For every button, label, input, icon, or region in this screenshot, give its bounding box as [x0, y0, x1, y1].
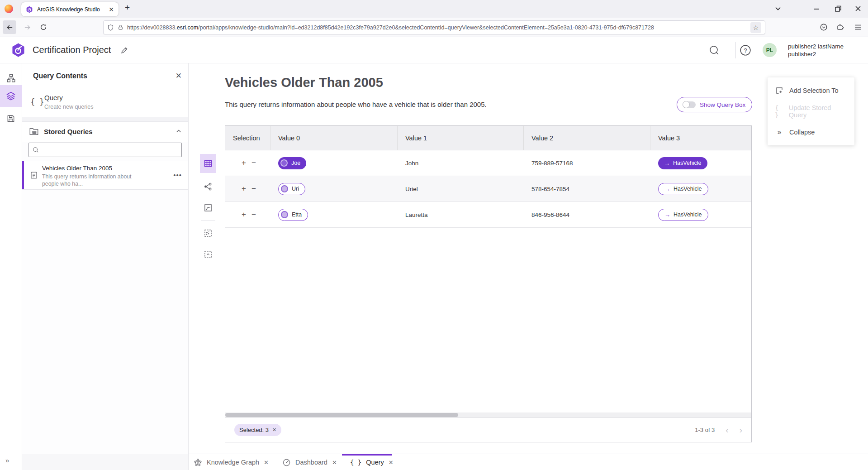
- remove-from-selection-button[interactable]: −: [251, 184, 256, 193]
- selection-context-menu: Add Selection To { } Update Stored Query…: [768, 77, 854, 145]
- query-contents-panel: Query Contents ✕ { } Query Create new qu…: [22, 63, 189, 470]
- cell-value2[interactable]: 846-956-8644: [524, 202, 650, 227]
- dashboard-gauge-icon: [282, 458, 291, 467]
- stored-queries-search-input[interactable]: [42, 147, 178, 153]
- column-header-value0[interactable]: Value 0: [270, 126, 398, 150]
- minimize-button[interactable]: [813, 5, 820, 12]
- url-text: https://dev0028833.esri.com/portal/apps/…: [127, 24, 747, 31]
- tab-close-icon[interactable]: ✕: [109, 6, 114, 13]
- clear-selection-icon[interactable]: ✕: [272, 427, 276, 433]
- column-header-value3[interactable]: Value 3: [650, 126, 751, 150]
- browser-tab-bar: ArcGIS Knowledge Studio ✕ +: [0, 0, 868, 18]
- layers-contents-icon[interactable]: [0, 85, 22, 107]
- column-header-value1[interactable]: Value 1: [398, 126, 524, 150]
- url-bar[interactable]: https://dev0028833.esri.com/portal/apps/…: [103, 20, 765, 34]
- add-to-selection-button[interactable]: +: [242, 184, 246, 193]
- table-view-button[interactable]: [200, 154, 216, 173]
- panel-close-icon[interactable]: ✕: [175, 71, 182, 81]
- tab-knowledge-graph[interactable]: Knowledge Graph ✕: [194, 454, 269, 470]
- expand-rail-icon[interactable]: »: [5, 456, 8, 464]
- cell-value1[interactable]: John: [398, 150, 524, 176]
- firefox-icon[interactable]: [5, 5, 13, 13]
- browser-tab[interactable]: ArcGIS Knowledge Studio ✕: [21, 2, 119, 16]
- browser-toolbar: https://dev0028833.esri.com/portal/apps/…: [0, 18, 868, 37]
- table-row[interactable]: + − Etta Lauretta 846-956-8644 →HasVehic…: [225, 202, 751, 228]
- table-row[interactable]: + − Joe John 759-889-57168 →HasVehicle: [225, 150, 751, 176]
- relationship-pill[interactable]: →HasVehicle: [658, 157, 707, 169]
- tab-list-chevron-icon[interactable]: [774, 5, 782, 12]
- entity-pill[interactable]: Joe: [278, 157, 306, 169]
- data-model-tree-icon[interactable]: [0, 69, 22, 87]
- pocket-icon[interactable]: [820, 23, 828, 31]
- stored-queries-search[interactable]: [28, 143, 182, 157]
- query-create-item[interactable]: { } Query Create new queries: [22, 89, 188, 117]
- table-row[interactable]: + − Uri Uriel 578-654-7854 →HasVehicle: [225, 176, 751, 202]
- close-tab-icon[interactable]: ✕: [264, 459, 269, 466]
- horizontal-scrollbar[interactable]: [225, 412, 751, 417]
- close-tab-icon[interactable]: ✕: [332, 459, 337, 466]
- help-button[interactable]: ?: [738, 43, 753, 58]
- edit-title-pencil-icon[interactable]: [120, 46, 128, 54]
- tab-dashboard[interactable]: Dashboard ✕: [282, 454, 337, 470]
- menu-hamburger-icon[interactable]: [854, 23, 862, 31]
- chevron-up-icon[interactable]: [175, 128, 182, 134]
- table-view-icon: [204, 159, 213, 168]
- lock-icon[interactable]: [118, 24, 123, 31]
- cell-value2[interactable]: 578-654-7854: [524, 176, 650, 201]
- restore-button[interactable]: [835, 5, 842, 12]
- menu-item-collapse[interactable]: » Collapse: [768, 122, 854, 143]
- menu-item-update-stored-query[interactable]: { } Update Stored Query: [768, 101, 854, 122]
- extensions-puzzle-icon[interactable]: [837, 23, 845, 31]
- close-tab-icon[interactable]: ✕: [389, 459, 394, 466]
- stored-query-description: This query returns information about peo…: [42, 173, 139, 187]
- menu-item-add-selection-to[interactable]: Add Selection To: [768, 80, 854, 101]
- cell-value2[interactable]: 759-889-57168: [524, 150, 650, 176]
- selected-count-chip[interactable]: Selected: 3 ✕: [234, 424, 281, 436]
- panel-spacer: [22, 117, 188, 122]
- reload-button[interactable]: [37, 20, 50, 34]
- toggle-track[interactable]: [683, 101, 696, 108]
- select-region-button[interactable]: [200, 244, 216, 265]
- stored-query-options-icon[interactable]: •••: [173, 171, 182, 179]
- stored-queries-header[interactable]: Stored Queries: [22, 122, 188, 142]
- next-page-icon[interactable]: ›: [740, 426, 742, 434]
- show-query-box-toggle[interactable]: Show Query Box: [677, 97, 752, 112]
- tab-query[interactable]: { } Query ✕: [350, 454, 394, 470]
- tracking-shield-icon[interactable]: [107, 24, 114, 31]
- column-header-value2[interactable]: Value 2: [524, 126, 650, 150]
- remove-from-selection-button[interactable]: −: [251, 158, 256, 168]
- query-description: This query returns information about peo…: [225, 101, 487, 108]
- user-avatar[interactable]: PL: [763, 43, 777, 57]
- results-table: Selection Value 0 Value 1 Value 2 Value …: [225, 125, 752, 442]
- close-window-button[interactable]: [854, 5, 862, 12]
- forward-button[interactable]: [20, 20, 34, 34]
- pagination-count: 1-3 of 3: [695, 427, 715, 433]
- panel-title: Query Contents: [33, 72, 87, 80]
- remove-from-selection-button[interactable]: −: [251, 210, 256, 219]
- cell-value1[interactable]: Lauretta: [398, 202, 524, 227]
- new-tab-button[interactable]: +: [125, 3, 130, 13]
- table-header-row: Selection Value 0 Value 1 Value 2 Value …: [225, 126, 751, 150]
- relationship-pill[interactable]: →HasVehicle: [658, 183, 708, 195]
- map-view-button[interactable]: [200, 197, 216, 218]
- scrollbar-thumb[interactable]: [225, 413, 458, 417]
- entity-pill[interactable]: Uri: [278, 183, 305, 195]
- selected-count-label: Selected: 3: [239, 427, 269, 433]
- previous-page-icon[interactable]: ‹: [726, 426, 728, 434]
- cell-value1[interactable]: Uriel: [398, 176, 524, 201]
- add-to-selection-button[interactable]: +: [242, 158, 246, 168]
- link-chart-view-button[interactable]: [200, 176, 216, 197]
- map-selection-view-button[interactable]: [200, 222, 216, 244]
- user-menu[interactable]: publisher2 lastName publisher2: [788, 43, 844, 58]
- table-footer: Selected: 3 ✕ 1-3 of 3 ‹ ›: [225, 417, 751, 442]
- stored-query-item[interactable]: Vehicles Older Than 2005 This query retu…: [22, 161, 188, 190]
- column-header-selection[interactable]: Selection: [225, 126, 270, 150]
- entity-pill[interactable]: Etta: [278, 209, 308, 221]
- show-query-box-label: Show Query Box: [700, 101, 745, 108]
- search-button[interactable]: [707, 43, 721, 58]
- back-button[interactable]: [3, 20, 16, 34]
- save-icon[interactable]: [0, 110, 22, 128]
- relationship-pill[interactable]: →HasVehicle: [658, 209, 708, 221]
- bookmark-star-icon[interactable]: ☆: [750, 22, 761, 33]
- add-to-selection-button[interactable]: +: [242, 210, 246, 219]
